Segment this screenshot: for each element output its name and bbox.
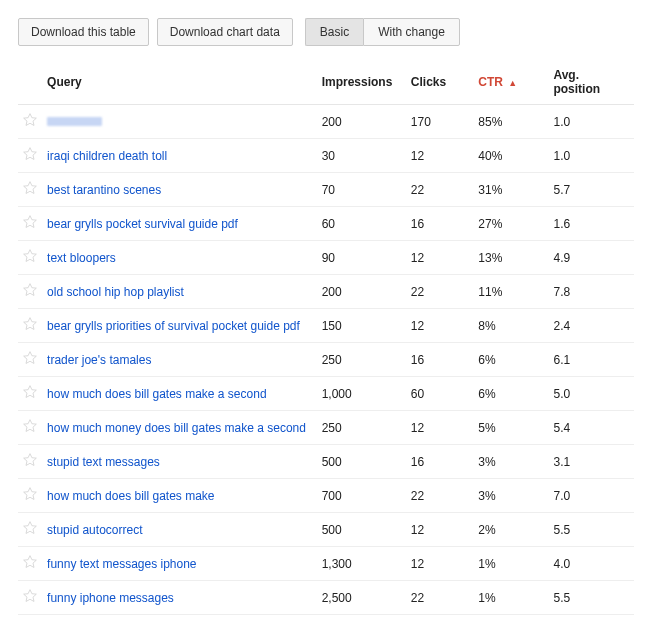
cell-avg-position: 7.0: [547, 479, 634, 513]
download-table-button[interactable]: Download this table: [18, 18, 149, 46]
cell-impressions: 3,000: [316, 615, 405, 620]
cell-clicks: 22: [405, 275, 472, 309]
query-link[interactable]: funny text messages iphone: [47, 557, 196, 571]
query-link[interactable]: bear grylls pocket survival guide pdf: [47, 217, 238, 231]
table-row: old school hip hop playlist2002211%7.8: [18, 275, 634, 309]
cell-clicks: 22: [405, 173, 472, 207]
cell-avg-position: 5.7: [547, 173, 634, 207]
table-body: 20017085%1.0iraqi children death toll301…: [18, 105, 634, 620]
cell-ctr: 1%: [472, 581, 547, 615]
cell-clicks: 12: [405, 547, 472, 581]
cell-impressions: 30: [316, 139, 405, 173]
cell-ctr: 13%: [472, 241, 547, 275]
query-link[interactable]: text bloopers: [47, 251, 116, 265]
cell-avg-position: 3.1: [547, 445, 634, 479]
query-link[interactable]: trader joe's tamales: [47, 353, 151, 367]
cell-avg-position: 5.5: [547, 513, 634, 547]
header-avg-position[interactable]: Avg. position: [547, 60, 634, 105]
star-icon[interactable]: [22, 282, 38, 298]
query-link[interactable]: how much money does bill gates make a se…: [47, 421, 306, 435]
header-clicks[interactable]: Clicks: [405, 60, 472, 105]
query-link[interactable]: how much does bill gates make a second: [47, 387, 266, 401]
table-row: bear grylls pocket survival guide pdf601…: [18, 207, 634, 241]
star-icon[interactable]: [22, 554, 38, 570]
cell-clicks: 12: [405, 411, 472, 445]
cell-avg-position: 4.9: [547, 241, 634, 275]
star-icon[interactable]: [22, 588, 38, 604]
cell-impressions: 200: [316, 275, 405, 309]
star-icon[interactable]: [22, 146, 38, 162]
download-chart-button[interactable]: Download chart data: [157, 18, 293, 46]
query-link[interactable]: funny iphone messages: [47, 591, 174, 605]
cell-clicks: 16: [405, 207, 472, 241]
star-icon[interactable]: [22, 180, 38, 196]
star-icon[interactable]: [22, 214, 38, 230]
query-link[interactable]: bear grylls priorities of survival pocke…: [47, 319, 300, 333]
star-icon[interactable]: [22, 486, 38, 502]
table-row: trader joe's tamales250166%6.1: [18, 343, 634, 377]
cell-ctr: 3%: [472, 479, 547, 513]
cell-avg-position: 10: [547, 615, 634, 620]
cell-avg-position: 2.4: [547, 309, 634, 343]
query-link[interactable]: iraqi children death toll: [47, 149, 167, 163]
cell-ctr: 1%: [472, 615, 547, 620]
table-row: text bloopers901213%4.9: [18, 241, 634, 275]
query-link[interactable]: stupid autocorrect: [47, 523, 142, 537]
cell-ctr: 27%: [472, 207, 547, 241]
star-icon[interactable]: [22, 316, 38, 332]
cell-avg-position: 5.0: [547, 377, 634, 411]
cell-impressions: 1,300: [316, 547, 405, 581]
star-icon[interactable]: [22, 350, 38, 366]
star-icon[interactable]: [22, 520, 38, 536]
star-icon[interactable]: [22, 452, 38, 468]
cell-impressions: 2,500: [316, 581, 405, 615]
cell-ctr: 3%: [472, 445, 547, 479]
cell-avg-position: 4.0: [547, 547, 634, 581]
table-row: iraqi children death toll301240%1.0: [18, 139, 634, 173]
seg-with-change[interactable]: With change: [363, 18, 460, 46]
table-row: best tarantino scenes702231%5.7: [18, 173, 634, 207]
header-star: [18, 60, 41, 105]
cell-avg-position: 1.0: [547, 139, 634, 173]
cell-clicks: 12: [405, 513, 472, 547]
header-impressions[interactable]: Impressions: [316, 60, 405, 105]
table-row: funny iphone texts3,000221%10: [18, 615, 634, 620]
cell-impressions: 90: [316, 241, 405, 275]
table-row: bear grylls priorities of survival pocke…: [18, 309, 634, 343]
cell-ctr: 5%: [472, 411, 547, 445]
cell-clicks: 12: [405, 139, 472, 173]
table-row: stupid text messages500163%3.1: [18, 445, 634, 479]
cell-impressions: 500: [316, 513, 405, 547]
cell-ctr: 11%: [472, 275, 547, 309]
cell-clicks: 12: [405, 309, 472, 343]
cell-impressions: 200: [316, 105, 405, 139]
seg-basic[interactable]: Basic: [305, 18, 363, 46]
cell-impressions: 250: [316, 411, 405, 445]
star-icon[interactable]: [22, 112, 38, 128]
star-icon[interactable]: [22, 248, 38, 264]
cell-avg-position: 7.8: [547, 275, 634, 309]
query-link[interactable]: how much does bill gates make: [47, 489, 214, 503]
cell-clicks: 16: [405, 445, 472, 479]
cell-avg-position: 6.1: [547, 343, 634, 377]
header-query[interactable]: Query: [41, 60, 316, 105]
header-ctr[interactable]: CTR ▲: [472, 60, 547, 105]
cell-ctr: 6%: [472, 377, 547, 411]
cell-avg-position: 5.5: [547, 581, 634, 615]
query-link[interactable]: best tarantino scenes: [47, 183, 161, 197]
star-icon[interactable]: [22, 384, 38, 400]
table-row: how much money does bill gates make a se…: [18, 411, 634, 445]
table-row: 20017085%1.0: [18, 105, 634, 139]
cell-ctr: 2%: [472, 513, 547, 547]
cell-avg-position: 1.0: [547, 105, 634, 139]
query-link[interactable]: old school hip hop playlist: [47, 285, 184, 299]
query-link[interactable]: stupid text messages: [47, 455, 160, 469]
cell-impressions: 70: [316, 173, 405, 207]
redacted-query: [47, 117, 102, 126]
star-icon[interactable]: [22, 418, 38, 434]
cell-impressions: 1,000: [316, 377, 405, 411]
table-row: funny iphone messages2,500221%5.5: [18, 581, 634, 615]
header-ctr-label: CTR: [478, 75, 503, 89]
cell-ctr: 31%: [472, 173, 547, 207]
queries-table: Query Impressions Clicks CTR ▲ Avg. posi…: [18, 60, 634, 619]
